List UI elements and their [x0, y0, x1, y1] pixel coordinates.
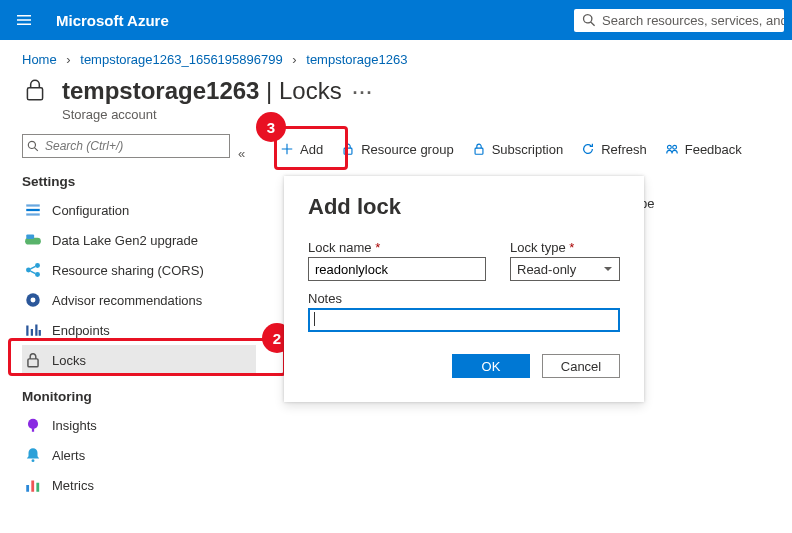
- sidebar-item-insights[interactable]: Insights: [22, 410, 256, 440]
- sidebar-item-label: Advisor recommendations: [52, 293, 202, 308]
- search-icon: [582, 13, 596, 27]
- sidebar-item-datalake[interactable]: Data Lake Gen2 upgrade: [22, 225, 256, 255]
- search-icon: [27, 140, 39, 152]
- sidebar-item-locks[interactable]: Locks: [22, 345, 256, 375]
- chevron-down-icon: [603, 264, 613, 274]
- sidebar-search-input[interactable]: [43, 138, 225, 154]
- svg-rect-15: [26, 485, 29, 492]
- resource-type-label: Storage account: [62, 107, 373, 122]
- lock-icon: [22, 77, 48, 106]
- ok-button[interactable]: OK: [452, 354, 530, 378]
- svg-rect-13: [32, 428, 34, 431]
- lockname-label: Lock name *: [308, 240, 486, 255]
- subscription-label: Subscription: [492, 142, 564, 157]
- metrics-icon: [24, 476, 42, 494]
- svg-rect-18: [344, 148, 352, 154]
- refresh-icon: [581, 142, 595, 156]
- endpoints-icon: [24, 321, 42, 339]
- svg-rect-19: [475, 148, 483, 154]
- panel-title: Add lock: [308, 194, 620, 220]
- sidebar-collapse-button[interactable]: «: [238, 146, 245, 161]
- chevron-right-icon: ›: [66, 52, 70, 67]
- svg-rect-11: [28, 359, 38, 367]
- feedback-button[interactable]: Feedback: [665, 142, 742, 157]
- svg-point-10: [31, 298, 36, 303]
- svg-rect-0: [27, 88, 42, 100]
- page-title: tempstorage1263 | Locks ···: [62, 77, 373, 105]
- lock-icon: [341, 142, 355, 156]
- hamburger-button[interactable]: [8, 4, 40, 36]
- sidebar-item-label: Metrics: [52, 478, 94, 493]
- locktype-label: Lock type *: [510, 240, 620, 255]
- svg-rect-1: [26, 209, 40, 211]
- insights-icon: [24, 416, 42, 434]
- breadcrumb-resource[interactable]: tempstorage1263: [306, 52, 407, 67]
- sidebar-item-label: Insights: [52, 418, 97, 433]
- plus-icon: [280, 142, 294, 156]
- sidebar-item-cors[interactable]: Resource sharing (CORS): [22, 255, 256, 285]
- sidebar-item-label: Resource sharing (CORS): [52, 263, 204, 278]
- notes-input[interactable]: [308, 308, 620, 332]
- cancel-button[interactable]: Cancel: [542, 354, 620, 378]
- sidebar-item-alerts[interactable]: Alerts: [22, 440, 256, 470]
- sidebar-search[interactable]: [22, 134, 230, 158]
- svg-point-14: [32, 459, 35, 462]
- lockname-input[interactable]: [308, 257, 486, 281]
- breadcrumb: Home › tempstorage1263_1656195896799 › t…: [0, 40, 792, 71]
- global-search[interactable]: Search resources, services, and docs: [574, 9, 784, 32]
- add-lock-panel: Add lock Lock name * Lock type * Read-on…: [284, 176, 644, 402]
- advisor-icon: [24, 291, 42, 309]
- svg-point-7: [35, 263, 40, 268]
- svg-rect-17: [36, 483, 39, 492]
- resource-group-label: Resource group: [361, 142, 454, 157]
- svg-rect-2: [26, 204, 40, 206]
- command-bar: Add Resource group Subscription Refresh …: [280, 134, 770, 164]
- share-icon: [24, 261, 42, 279]
- data-lake-icon: [24, 231, 42, 249]
- sidebar-item-label: Locks: [52, 353, 86, 368]
- sidebar-item-label: Configuration: [52, 203, 129, 218]
- resource-group-button[interactable]: Resource group: [341, 142, 454, 157]
- sidebar: « Settings Configuration Data Lake Gen2 …: [22, 134, 260, 500]
- feedback-label: Feedback: [685, 142, 742, 157]
- sidebar-item-label: Data Lake Gen2 upgrade: [52, 233, 198, 248]
- locktype-value: Read-only: [517, 262, 576, 277]
- notes-label: Notes: [308, 291, 620, 306]
- sidebar-item-label: Endpoints: [52, 323, 110, 338]
- sidebar-item-endpoints[interactable]: Endpoints: [22, 315, 256, 345]
- sidebar-item-label: Alerts: [52, 448, 85, 463]
- sidebar-item-advisor[interactable]: Advisor recommendations: [22, 285, 256, 315]
- sidebar-item-metrics[interactable]: Metrics: [22, 470, 256, 500]
- breadcrumb-rg[interactable]: tempstorage1263_1656195896799: [80, 52, 282, 67]
- alert-icon: [24, 446, 42, 464]
- svg-point-21: [672, 145, 676, 149]
- svg-rect-3: [26, 213, 40, 215]
- refresh-label: Refresh: [601, 142, 647, 157]
- global-topbar: Microsoft Azure Search resources, servic…: [0, 0, 792, 40]
- section-settings: Settings: [22, 174, 260, 189]
- svg-rect-5: [26, 234, 34, 239]
- global-search-placeholder: Search resources, services, and docs: [602, 13, 784, 28]
- page-title-row: tempstorage1263 | Locks ··· Storage acco…: [0, 71, 792, 134]
- breadcrumb-home[interactable]: Home: [22, 52, 57, 67]
- feedback-icon: [665, 142, 679, 156]
- subscription-button[interactable]: Subscription: [472, 142, 564, 157]
- section-monitoring: Monitoring: [22, 389, 260, 404]
- sidebar-item-configuration[interactable]: Configuration: [22, 195, 256, 225]
- refresh-button[interactable]: Refresh: [581, 142, 647, 157]
- svg-point-20: [667, 145, 671, 149]
- svg-rect-16: [31, 481, 34, 492]
- locktype-select[interactable]: Read-only: [510, 257, 620, 281]
- add-button-label: Add: [300, 142, 323, 157]
- chevron-right-icon: ›: [292, 52, 296, 67]
- svg-point-8: [35, 272, 40, 277]
- lock-icon: [24, 351, 42, 369]
- text-caret: [314, 312, 315, 326]
- main-pane: Add Resource group Subscription Refresh …: [260, 134, 770, 500]
- lock-icon: [472, 142, 486, 156]
- gear-icon: [24, 201, 42, 219]
- svg-point-12: [28, 419, 38, 429]
- more-menu-button[interactable]: ···: [352, 83, 373, 103]
- brand-label: Microsoft Azure: [56, 12, 169, 29]
- add-button[interactable]: Add: [280, 142, 323, 157]
